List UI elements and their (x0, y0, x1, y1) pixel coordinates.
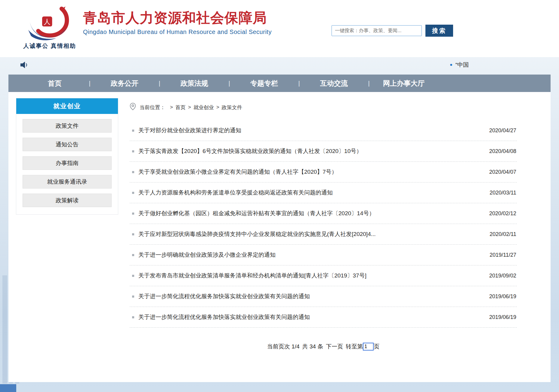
article-date: 2019/11/27 (490, 252, 516, 258)
article-link[interactable]: 关于发布青岛市就业创业政策清单服务清单和经办机构清单的通知[青人社字〔2019〕… (138, 272, 480, 280)
sidebar-item[interactable]: 就业服务通讯录 (23, 175, 112, 188)
article-link[interactable]: 关于做好创业孵化基（园区）租金减免和运营补贴有关事宜的通知（青人社字〔2020〕… (138, 210, 480, 217)
search-bar: 搜索 (332, 25, 453, 37)
goto-page-input[interactable] (363, 343, 374, 351)
next-page-link[interactable]: 下一页 (326, 343, 343, 351)
logo-tagline: 人诚事公 真情相助 (23, 42, 76, 50)
article-date: 2020/02/11 (490, 231, 516, 237)
goto-prefix: 转至第 (346, 343, 363, 351)
nav-item[interactable]: 政务公开 (95, 79, 154, 88)
breadcrumb-separator: > (170, 104, 173, 110)
nav-item-wrap: 网上办事大厅 | (374, 79, 433, 88)
pagination: 当前页次 1/4 共 34 条 下一页 转至第 页 (130, 343, 517, 351)
breadcrumb-separator: > (188, 104, 191, 110)
article-date: 2020/02/12 (489, 210, 516, 217)
article-row: 关于对部分就业创业政策进行界定的通知 2020/04/27 (130, 120, 517, 141)
nav-separator: | (84, 80, 95, 87)
article-list: 关于对部分就业创业政策进行界定的通知 2020/04/27 关于落实青政发【20… (130, 120, 517, 328)
article-date: 2020/03/11 (490, 190, 516, 196)
article-row: 关于享受就业创业政策小微企业界定有关问题的通知（青人社字【2020】7号） 20… (130, 162, 517, 182)
nav-separator: | (363, 80, 374, 87)
article-date: 2020/04/27 (489, 127, 516, 134)
bullet-square-icon (132, 296, 134, 298)
sidebar-title: 就业创业 (16, 98, 118, 114)
bottom-left-block (0, 384, 16, 392)
ticker-text[interactable]: “中国 (456, 61, 469, 69)
ticker-right: • “中国 (450, 61, 469, 69)
site-subtitle: Qingdao Municipal Bureau of Human Resour… (83, 29, 272, 35)
goto-suffix: 页 (374, 343, 379, 351)
site-title: 青岛市人力资源和社会保障局 (83, 10, 272, 26)
article-row: 关于进一步简化流程优化服务加快落实就业创业政策有关问题的通知 2019/06/1… (130, 286, 517, 307)
article-link[interactable]: 关于享受就业创业政策小微企业界定有关问题的通知（青人社字【2020】7号） (138, 168, 480, 176)
article-date: 2020/04/08 (489, 148, 516, 155)
bullet-square-icon (132, 130, 134, 132)
breadcrumb: 当前位置： > 首页 > 就业创业 > 政策文件 (130, 103, 517, 112)
svg-text:人: 人 (44, 18, 51, 26)
article-row: 关于应对新型冠状病毒感染肺炎疫情支持中小企业发展稳定就业的实施意见(青人社发[2… (130, 224, 517, 245)
breadcrumb-item-wrap: > 首页 (168, 104, 186, 111)
breadcrumb-label: 当前位置： (140, 104, 165, 111)
article-link[interactable]: 关于进一步简化流程优化服务加快落实就业创业政策有关问题的通知 (138, 313, 480, 321)
breadcrumb-separator: > (216, 104, 219, 110)
article-date: 2019/06/19 (489, 314, 516, 320)
sidebar-item[interactable]: 政策文件 (23, 119, 112, 133)
bullet-square-icon (132, 213, 134, 215)
speaker-icon (20, 61, 28, 69)
search-button[interactable]: 搜索 (425, 25, 453, 37)
nav-item-wrap: 政务公开 | (95, 79, 165, 88)
search-input[interactable] (332, 25, 422, 36)
article-link[interactable]: 关于对部分就业创业政策进行界定的通知 (138, 127, 480, 134)
article-date: 2019/09/02 (489, 273, 516, 279)
article-link[interactable]: 关于人力资源服务机构和劳务派遣单位享受援企稳岗返还政策有关问题的通知 (138, 189, 480, 197)
nav-item-wrap: 专题专栏 | (235, 79, 304, 88)
article-row: 关于做好创业孵化基（园区）租金减免和运营补贴有关事宜的通知（青人社字〔2020〕… (130, 203, 517, 224)
bullet-square-icon (132, 233, 134, 235)
nav-item[interactable]: 政策法规 (165, 79, 224, 88)
goto-group: 转至第 页 (346, 343, 379, 351)
nav-item[interactable]: 专题专栏 (235, 79, 294, 88)
article-list-column: 当前位置： > 首页 > 就业创业 > 政策文件 (118, 98, 551, 351)
content-panel: 就业创业 政策文件 通知公告 办事指南 就业服务通讯录 政策解读 (8, 92, 551, 382)
sidebar-item[interactable]: 政策解读 (23, 194, 112, 207)
site-logo-icon: 人 (26, 5, 73, 41)
nav-item-wrap: 政策法规 | (165, 79, 235, 88)
article-row: 关于落实青政发【2020】6号文件加快落实稳就业政策的通知（青人社发〔2020〕… (130, 141, 517, 162)
nav-item-wrap: 首页 | (25, 79, 95, 88)
bullet-square-icon (132, 316, 134, 318)
bullet-square-icon (132, 275, 134, 277)
nav-item[interactable]: 网上办事大厅 (374, 79, 433, 88)
site-header: 人 人诚事公 真情相助 青岛市人力资源和社会保障局 Qingdao Munici… (0, 0, 559, 57)
notice-ticker-band: • “中国 (0, 57, 559, 73)
bullet-square-icon (132, 192, 134, 194)
breadcrumb-link[interactable]: 政策文件 (222, 104, 242, 111)
article-link[interactable]: 关于进一步简化流程优化服务加快落实就业创业政策有关问题的通知 (138, 292, 480, 300)
sidebar-item[interactable]: 通知公告 (23, 138, 112, 151)
pagination-total: 共 34 条 (302, 343, 323, 351)
nav-separator: | (154, 80, 165, 87)
nav-separator: | (294, 80, 304, 87)
article-link[interactable]: 关于落实青政发【2020】6号文件加快落实稳就业政策的通知（青人社发〔2020〕… (138, 147, 480, 155)
breadcrumb-items: > 首页 > 就业创业 > 政策文件 (168, 104, 242, 111)
main-nav: 首页 | 政务公开 | 政策法规 | 专题专栏 | 互动交流 | 网上办事大厅 … (8, 75, 551, 92)
ticker-bullet-icon: • (450, 61, 452, 69)
bullet-square-icon (132, 150, 134, 152)
breadcrumb-link[interactable]: 就业创业 (193, 104, 214, 111)
nav-separator: | (224, 80, 235, 87)
nav-item[interactable]: 互动交流 (304, 79, 363, 88)
sidebar-item[interactable]: 办事指南 (23, 156, 112, 170)
pagination-current: 当前页次 1/4 (267, 343, 300, 351)
article-link[interactable]: 关于应对新型冠状病毒感染肺炎疫情支持中小企业发展稳定就业的实施意见(青人社发[2… (138, 230, 480, 238)
article-row: 关于发布青岛市就业创业政策清单服务清单和经办机构清单的通知[青人社字〔2019〕… (130, 265, 517, 286)
article-row: 关于人力资源服务机构和劳务派遣单位享受援企稳岗返还政策有关问题的通知 2020/… (130, 182, 517, 203)
breadcrumb-link[interactable]: 首页 (175, 104, 186, 111)
breadcrumb-item-wrap: > 就业创业 (186, 104, 214, 111)
logo-block: 人 人诚事公 真情相助 (21, 5, 78, 50)
article-row: 关于进一步明确就业创业政策涉及小微企业界定的通知 2019/11/27 (130, 245, 517, 265)
location-pin-icon (130, 103, 136, 112)
article-date: 2019/06/19 (489, 293, 516, 300)
article-date: 2020/04/07 (489, 169, 516, 175)
article-link[interactable]: 关于进一步明确就业创业政策涉及小微企业界定的通知 (138, 251, 480, 259)
nav-item[interactable]: 首页 (25, 79, 84, 88)
bullet-square-icon (132, 171, 134, 173)
